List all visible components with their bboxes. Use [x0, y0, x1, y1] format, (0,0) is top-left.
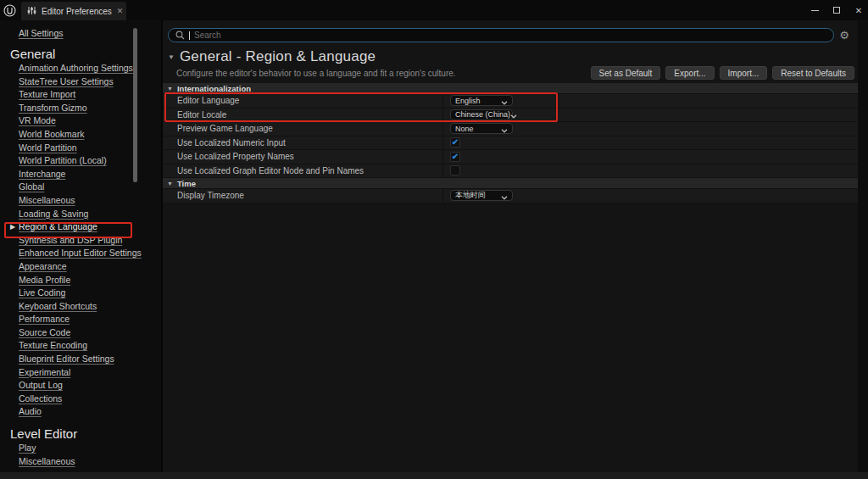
sidebar-item-miscellaneous[interactable]: Miscellaneous [19, 455, 161, 469]
dropdown-selected-value: Chinese (China) [455, 110, 510, 119]
search-placeholder: Search [194, 31, 221, 40]
text-caret [189, 31, 190, 40]
minimize-button[interactable] [810, 6, 819, 14]
page-title: General - Region & Language [180, 48, 376, 65]
sidebar-item-play[interactable]: Play [19, 442, 161, 455]
sidebar-item-region-language[interactable]: ▶Region & Language [19, 220, 161, 234]
sidebar-item-experimental[interactable]: Experimental [19, 366, 161, 380]
sidebar-header-level-editor: Level Editor [10, 426, 161, 442]
setting-value: ✔ [442, 136, 858, 150]
setting-label: Editor Language [163, 94, 442, 108]
settings-table: ▼InternationalizationEditor LanguageEngl… [163, 83, 858, 203]
setting-row-display-timezone: Display Timezone本地时间 [163, 189, 858, 203]
unreal-logo-icon [3, 4, 16, 17]
sidebar-item-loading-saving[interactable]: Loading & Saving [19, 208, 161, 221]
chevron-down-icon [501, 121, 508, 136]
sidebar-item-animation-authoring-settings[interactable]: Animation Authoring Settings [19, 62, 161, 75]
sidebar-item-all-settings[interactable]: All Settings [19, 28, 161, 39]
sidebar-item-blueprint-editor-settings[interactable]: Blueprint Editor Settings [19, 353, 161, 366]
search-input[interactable]: Search [168, 28, 834, 42]
set-as-default-button[interactable]: Set as Default [591, 66, 661, 80]
setting-label: Use Localized Numeric Input [163, 136, 442, 150]
sidebar-item-output-log[interactable]: Output Log [19, 379, 161, 393]
use-localized-property-names-checkbox[interactable]: ✔ [450, 152, 460, 162]
sidebar-item-statetree-user-settings[interactable]: StateTree User Settings [19, 75, 161, 89]
setting-row-editor-language: Editor LanguageEnglish [163, 94, 858, 109]
sidebar-item-world-partition[interactable]: World Partition [19, 142, 161, 155]
sidebar-item-interchange[interactable]: Interchange [19, 168, 161, 181]
setting-label: Editor Locale [163, 109, 442, 122]
sidebar-item-enhanced-input-editor-settings[interactable]: Enhanced Input Editor Settings [19, 247, 161, 260]
sidebar-item-performance[interactable]: Performance [19, 313, 161, 326]
check-icon: ✔ [452, 138, 459, 147]
scrollbar-thumb[interactable] [133, 28, 137, 182]
sidebar-item-audio[interactable]: Audio [19, 405, 161, 419]
sidebar-item-synthesis-and-dsp-plugin[interactable]: Synthesis and DSP Plugin [19, 234, 161, 248]
preview-game-language-dropdown[interactable]: None [450, 123, 513, 134]
editor-preferences-window: Editor Preferences ✕ ✕ All Settings Gene… [0, 0, 868, 479]
editor-language-dropdown[interactable]: English [450, 95, 513, 106]
window-controls: ✕ [810, 0, 863, 20]
sidebar-item-world-partition-local[interactable]: World Partition (Local) [19, 154, 161, 168]
sidebar-item-texture-import[interactable]: Texture Import [19, 88, 161, 102]
display-timezone-dropdown[interactable]: 本地时间 [450, 190, 513, 201]
sidebar-item-transform-gizmo[interactable]: Transform Gizmo [19, 102, 161, 115]
setting-value: ✔ [442, 150, 858, 164]
settings-main-panel: Search ⚙ ▼ General - Region & Language C… [161, 20, 858, 472]
tab-close-icon[interactable]: ✕ [117, 8, 124, 15]
tab-editor-preferences[interactable]: Editor Preferences ✕ [21, 2, 126, 20]
sidebar-item-vr-mode[interactable]: VR Mode [19, 114, 161, 128]
dropdown-selected-value: English [455, 97, 481, 105]
collapse-triangle-icon: ▼ [167, 86, 173, 92]
sidebar-item-texture-encoding[interactable]: Texture Encoding [19, 339, 161, 353]
sidebar-item-appearance[interactable]: Appearance [19, 260, 161, 274]
setting-row-use-localized-numeric-input: Use Localized Numeric Input✔ [163, 136, 858, 151]
window-bottom-edge [0, 472, 868, 479]
close-button[interactable]: ✕ [854, 6, 863, 14]
sidebar-item-source-code[interactable]: Source Code [19, 326, 161, 340]
maximize-button[interactable] [832, 6, 841, 14]
sidebar-item-miscellaneous[interactable]: Miscellaneous [19, 194, 161, 208]
sidebar-item-keyboard-shortcuts[interactable]: Keyboard Shortcuts [19, 300, 161, 314]
import-button[interactable]: Import... [720, 66, 768, 80]
collapse-triangle-icon[interactable]: ▼ [168, 53, 175, 61]
sidebar-scrollbar[interactable] [133, 20, 137, 472]
sidebar-item-media-profile[interactable]: Media Profile [19, 274, 161, 287]
check-icon: ✔ [452, 153, 459, 161]
page-description: Configure the editor's behavior to use a… [176, 69, 456, 78]
setting-value [442, 164, 858, 178]
section-header-internationalization[interactable]: ▼Internationalization [163, 83, 858, 94]
dropdown-selected-value: 本地时间 [455, 190, 486, 201]
setting-value: None [442, 122, 858, 136]
sidebar-item-global[interactable]: Global [19, 181, 161, 194]
right-gutter [858, 20, 868, 472]
setting-row-use-localized-graph-editor-node-and-pin-names: Use Localized Graph Editor Node and Pin … [163, 164, 858, 179]
section-title: Time [177, 179, 196, 188]
chevron-down-icon [501, 93, 508, 109]
setting-label: Use Localized Graph Editor Node and Pin … [163, 164, 442, 178]
sidebar-header-general: General [10, 47, 161, 62]
setting-value: 本地时间 [442, 189, 858, 203]
action-buttons: Set as Default Export... Import... Reset… [591, 66, 854, 80]
sliders-icon [27, 3, 36, 19]
editor-locale-dropdown[interactable]: Chinese (China) [450, 109, 513, 120]
sidebar-item-live-coding[interactable]: Live Coding [19, 287, 161, 300]
gear-icon[interactable]: ⚙ [839, 30, 849, 41]
dropdown-selected-value: None [455, 125, 474, 133]
setting-row-editor-locale: Editor LocaleChinese (China) [163, 109, 858, 123]
use-localized-numeric-input-checkbox[interactable]: ✔ [450, 137, 460, 148]
setting-row-use-localized-property-names: Use Localized Property Names✔ [163, 150, 858, 164]
settings-sidebar: All Settings GeneralAnimation Authoring … [0, 20, 161, 472]
search-icon [175, 28, 185, 43]
export-button[interactable]: Export... [665, 66, 714, 80]
chevron-down-icon [510, 107, 517, 122]
section-header-time[interactable]: ▼Time [163, 178, 858, 189]
sidebar-item-collections[interactable]: Collections [19, 393, 161, 406]
collapse-triangle-icon: ▼ [167, 181, 173, 187]
chevron-down-icon [501, 188, 508, 203]
sidebar-item-world-bookmark[interactable]: World Bookmark [19, 128, 161, 142]
use-localized-graph-editor-node-and-pin-names-checkbox[interactable] [450, 165, 460, 175]
reset-to-defaults-button[interactable]: Reset to Defaults [772, 66, 854, 80]
setting-value: English [442, 94, 858, 108]
tab-title: Editor Preferences [42, 7, 112, 16]
